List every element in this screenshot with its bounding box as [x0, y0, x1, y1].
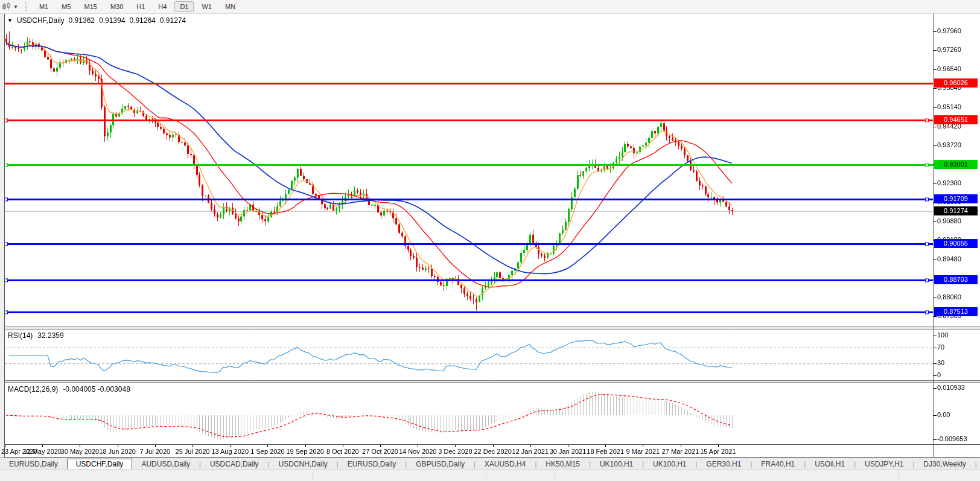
- level-price-badge: 0.88703: [934, 275, 978, 284]
- tab-usdcnh-daily[interactable]: USDCNH,Daily: [269, 459, 336, 469]
- timeframe-button-mn[interactable]: MN: [220, 1, 241, 12]
- timeframe-buttons: M1M5M15M30H1H4D1W1MN: [33, 1, 242, 12]
- date-axis-label: 25 Jul 2020: [176, 448, 210, 455]
- timeframe-button-d1[interactable]: D1: [174, 1, 194, 12]
- macd-indicator-label: MACD(12,26,9) -0.004005 -0.003048: [8, 385, 130, 393]
- level-price-badge: 0.96026: [934, 78, 978, 88]
- rsi-axis-tick: 30: [937, 359, 944, 366]
- chart-tab-bar: EURUSD,DailyUSDCHF,DailyAUDUSD,Daily|USD…: [0, 457, 980, 470]
- price-tick: 0.88060: [937, 293, 961, 301]
- level-price-badge: 0.90055: [934, 239, 978, 248]
- chart-title: ▼ USDCHF,Daily 0.91362 0.91394 0.91264 0…: [7, 16, 186, 25]
- price-tick: 0.92300: [937, 179, 961, 186]
- date-axis-label: 14 Nov 2020: [399, 448, 436, 455]
- tab-xauusd-h4[interactable]: XAUUSD,H4: [476, 459, 535, 469]
- tab-hk50-m15[interactable]: HK50,M15: [536, 459, 589, 469]
- tab-dj30-weekly[interactable]: DJ30,Weekly: [914, 459, 975, 469]
- level-price-badge: 0.87513: [934, 307, 978, 316]
- tab-china300-h1[interactable]: CHINA300,H1: [977, 459, 980, 469]
- collapse-arrow-icon[interactable]: ▼: [7, 18, 13, 24]
- tab-audusd-daily[interactable]: AUDUSD,Daily: [132, 459, 199, 469]
- price-tick: 0.95140: [937, 103, 961, 110]
- level-price-badge: 0.91709: [934, 194, 978, 203]
- date-axis-label: 27 Mar 2021: [662, 448, 699, 455]
- tab-usdjpy-h1[interactable]: USDJPY,H1: [856, 459, 912, 469]
- chevron-down-icon: ▼: [13, 4, 18, 10]
- mt4-window: ▼ M1M5M15M30H1H4D1W1MN ▼ USDCHF,Daily 0.…: [0, 0, 980, 481]
- date-axis-label: 7 Jul 2020: [139, 448, 170, 455]
- rsi-axis-tick: 100: [937, 331, 948, 339]
- rsi-axis-tick: 0: [937, 371, 941, 378]
- tab-uk100-h1[interactable]: UK100,H1: [644, 459, 695, 469]
- chart-type-dropdown[interactable]: ▼: [2, 2, 18, 11]
- tab-usdcad-daily[interactable]: USDCAD,Daily: [201, 459, 268, 469]
- price-tick: 0.97260: [937, 46, 961, 53]
- date-axis-label: 18 Feb 2021: [587, 448, 624, 455]
- ohlc-close: 0.91274: [160, 16, 186, 25]
- timeframe-button-h4[interactable]: H4: [153, 1, 172, 12]
- status-divider: [312, 471, 313, 480]
- price-tick: 0.89480: [937, 255, 961, 263]
- rsi-value: 32.2359: [37, 331, 63, 340]
- timeframe-button-w1[interactable]: W1: [196, 1, 217, 12]
- current-price-badge: 0.91274: [934, 206, 978, 215]
- date-axis-label: 12 Jan 2021: [512, 448, 549, 455]
- ohlc-low: 0.91264: [129, 16, 155, 25]
- price-tick: 0.93720: [937, 141, 961, 148]
- date-axis-label: 15 Apr 2021: [700, 448, 736, 455]
- macd-values: -0.004005 -0.003048: [63, 385, 130, 393]
- macd-axis-tick: 0.00: [937, 411, 950, 418]
- macd-axis-tick: -0.009653: [937, 435, 967, 442]
- date-axis-label: 3 Dec 2020: [438, 448, 472, 455]
- rsi-axis-tick: 70: [937, 343, 944, 351]
- status-divider: [486, 471, 486, 480]
- date-axis-label: 12 May 2020: [23, 448, 62, 455]
- tab-usoil-h1[interactable]: USOil,H1: [806, 459, 854, 469]
- toolbar-grip: [25, 2, 27, 11]
- date-axis-label: 13 Aug 2020: [211, 448, 249, 455]
- level-price-badge: 0.93001: [934, 160, 978, 169]
- toolbar: ▼ M1M5M15M30H1H4D1W1MN: [0, 0, 980, 14]
- tab-ger30-h1[interactable]: GER30,H1: [697, 459, 750, 469]
- date-axis-label: 19 Sep 2020: [286, 448, 323, 455]
- date-axis-label: 30 May 2020: [61, 448, 100, 455]
- timeframe-button-m5[interactable]: M5: [56, 1, 76, 12]
- date-axis-label: 9 Mar 2021: [626, 448, 660, 455]
- tab-usdchf-daily[interactable]: USDCHF,Daily: [67, 459, 133, 470]
- timeframe-button-m1[interactable]: M1: [34, 1, 54, 12]
- tab-gbpusd-daily[interactable]: GBPUSD,Daily: [407, 459, 474, 469]
- timeframe-button-h1[interactable]: H1: [131, 1, 150, 12]
- rsi-name: RSI(14): [8, 331, 33, 340]
- ohlc-high: 0.91394: [99, 16, 125, 25]
- tab-fra40-h1[interactable]: FRA40,H1: [752, 459, 804, 469]
- status-bar: [0, 469, 980, 481]
- rsi-indicator-label: RSI(14) 32.2359: [8, 331, 64, 340]
- ohlc-open: 0.91362: [69, 16, 95, 25]
- candlestick-chart-icon: [2, 2, 12, 11]
- status-divider: [554, 471, 555, 480]
- date-axis-label: 18 Jun 2020: [99, 448, 136, 455]
- tab-eurusd-daily[interactable]: EURUSD,Daily: [339, 459, 406, 469]
- timeframe-button-m30[interactable]: M30: [105, 1, 129, 12]
- status-divider: [898, 471, 899, 480]
- date-axis-label: 8 Oct 2020: [326, 448, 359, 455]
- chart-symbol: USDCHF,Daily: [17, 16, 65, 25]
- macd-name: MACD(12,26,9): [8, 385, 58, 393]
- price-tick: 0.96540: [937, 65, 961, 72]
- price-tick: 0.90880: [937, 217, 961, 225]
- level-price-badge: 0.94651: [934, 115, 978, 124]
- price-tick: 0.97960: [937, 27, 961, 34]
- tab-uk100-h1[interactable]: UK100,H1: [591, 459, 642, 469]
- macd-axis-tick: 0.010933: [937, 384, 965, 391]
- date-axis-label: 22 Dec 2020: [474, 448, 511, 455]
- date-axis-label: 27 Oct 2020: [362, 448, 398, 455]
- tab-eurusd-daily[interactable]: EURUSD,Daily: [0, 459, 67, 469]
- chart-canvas[interactable]: [0, 0, 980, 481]
- date-axis-label: 30 Jan 2021: [550, 448, 587, 455]
- date-axis-label: 1 Sep 2020: [250, 448, 284, 455]
- timeframe-button-m15[interactable]: M15: [78, 1, 102, 12]
